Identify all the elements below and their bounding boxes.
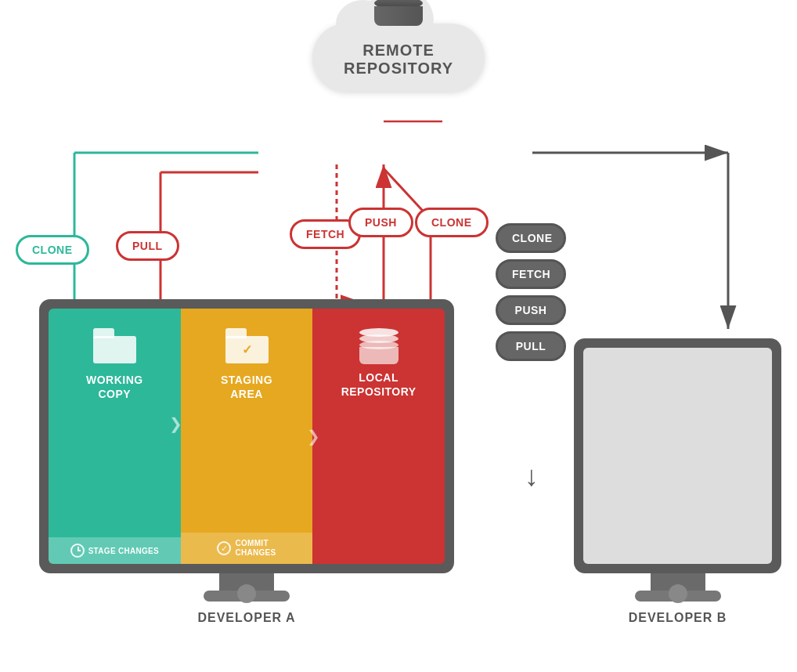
monitor-b: [574, 338, 781, 573]
clone-dark-button[interactable]: CLONE: [496, 223, 566, 253]
monitor-a-button: [237, 584, 256, 603]
database-icon: [374, 0, 423, 26]
working-copy-area: WORKINGCOPY STAGE CHANGES: [49, 309, 181, 564]
cloud-shape: REMOTE REPOSITORY: [312, 23, 485, 92]
check-circle-icon: ✓: [217, 541, 231, 555]
push-button[interactable]: PUSH: [348, 208, 413, 237]
working-copy-label: WORKINGCOPY: [86, 373, 143, 401]
developer-a-wrapper: WORKINGCOPY STAGE CHANGES: [39, 299, 454, 625]
diagram-container: REMOTE REPOSITORY CLONE PULL FETCH PUSH …: [0, 0, 797, 672]
local-repo-db-icon: [359, 328, 398, 364]
working-copy-folder-icon: [93, 328, 136, 363]
remote-repo-section: REMOTE REPOSITORY: [312, 23, 485, 92]
developer-b-wrapper: DEVELOPER B: [574, 338, 781, 625]
pull-dark-button[interactable]: PULL: [496, 331, 566, 361]
chevron-icon-1: ❯: [307, 427, 320, 446]
staging-check-icon: ✓: [242, 342, 252, 357]
monitor-a: WORKINGCOPY STAGE CHANGES: [39, 299, 454, 573]
remote-repo-label: REMOTE REPOSITORY: [336, 38, 461, 78]
stage-changes-label: STAGE CHANGES: [88, 547, 159, 555]
developer-a-label: DEVELOPER A: [39, 611, 454, 625]
pull-button[interactable]: PULL: [116, 231, 179, 261]
dev-b-down-arrow: ↓: [525, 462, 539, 490]
monitor-b-button: [669, 584, 687, 603]
clock-icon: [70, 544, 85, 558]
staging-area-label: STAGINGAREA: [221, 373, 272, 401]
staging-area-folder-icon: ✓: [225, 328, 269, 363]
push-dark-button[interactable]: PUSH: [496, 295, 566, 325]
commit-changes-label: COMMITCHANGES: [235, 539, 276, 558]
local-repo-label: LOCALREPOSITORY: [341, 370, 417, 399]
monitor-a-screen: WORKINGCOPY STAGE CHANGES: [49, 309, 445, 564]
fetch-dark-button[interactable]: FETCH: [496, 259, 566, 289]
clone-red-button[interactable]: CLONE: [415, 208, 489, 237]
developer-b-label: DEVELOPER B: [574, 611, 781, 625]
staging-area: ✓ STAGINGAREA ✓ COMMITCHANGES ❯: [181, 309, 313, 564]
local-repo-area: LOCALREPOSITORY: [312, 309, 445, 564]
commit-changes-strip: ✓ COMMITCHANGES: [181, 533, 313, 564]
dev-b-pill-stack: CLONE FETCH PUSH PULL: [496, 223, 566, 361]
chevron-icon-2: ❯: [169, 414, 182, 433]
stage-changes-strip: STAGE CHANGES: [49, 537, 181, 564]
monitor-b-screen: [583, 348, 772, 564]
clone-teal-button[interactable]: CLONE: [16, 235, 89, 265]
